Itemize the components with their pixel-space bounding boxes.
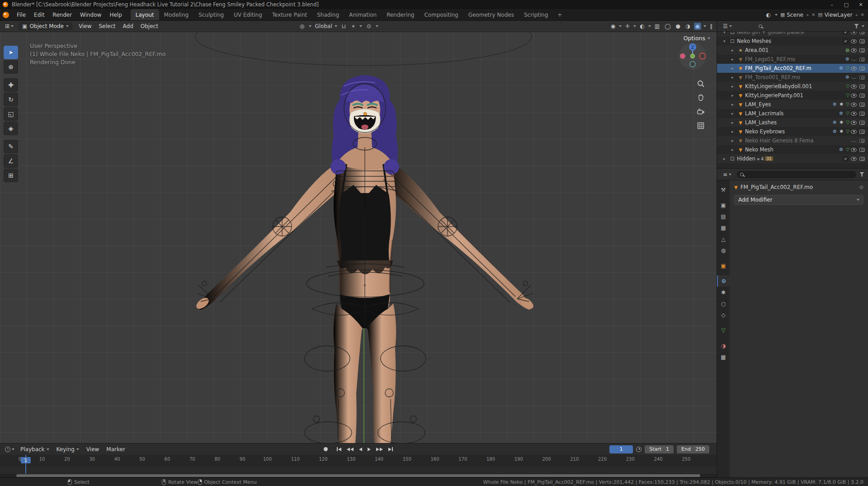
timeline-channel-area[interactable]: [0, 467, 717, 474]
world[interactable]: [717, 245, 730, 256]
add-modifier-button[interactable]: Add Modifier: [734, 195, 863, 205]
modifier-icon[interactable]: [839, 147, 843, 152]
eye-icon[interactable]: [851, 66, 857, 71]
data-icon[interactable]: [846, 102, 849, 107]
workspace-tab[interactable]: Geometry Nodes: [463, 9, 519, 20]
checkbox-icon[interactable]: [843, 39, 848, 44]
snap-target-button[interactable]: [350, 23, 356, 30]
eye-icon[interactable]: [851, 112, 857, 116]
timeline-menu-item[interactable]: Playback: [17, 446, 53, 453]
region-toggle[interactable]: [708, 23, 714, 30]
outliner-row[interactable]: ▸ FM_Legs01_REF.mo: [717, 55, 868, 64]
close-button[interactable]: ✕: [854, 0, 868, 9]
chev[interactable]: [633, 25, 636, 27]
workspace-tab[interactable]: Rendering: [382, 9, 419, 20]
editor-type-button[interactable]: ☰: [721, 22, 734, 30]
constraints[interactable]: [717, 309, 730, 321]
menubar-item[interactable]: File: [13, 9, 30, 20]
timeline-menu-item[interactable]: Marker: [103, 446, 128, 453]
data-icon[interactable]: [846, 147, 849, 152]
disclosure-icon[interactable]: ▸: [731, 66, 736, 71]
outliner-row[interactable]: ▾ Neko Meshes: [717, 37, 868, 46]
modifier-icon[interactable]: [833, 120, 837, 125]
shading-wireframe[interactable]: [663, 23, 672, 30]
pan-hand-icon[interactable]: [697, 94, 705, 102]
eye-icon[interactable]: [851, 94, 857, 98]
modifiers[interactable]: [717, 275, 730, 287]
camera-icon[interactable]: [859, 57, 865, 61]
camera-icon[interactable]: [859, 157, 865, 161]
camera-icon[interactable]: [859, 148, 865, 152]
disclosure-icon[interactable]: ▸: [731, 48, 736, 52]
outliner-row[interactable]: ▸ FM_Torso001_REF.mo: [717, 73, 868, 82]
menubar-item[interactable]: Render: [48, 9, 76, 20]
workspace-tab[interactable]: Modeling: [159, 9, 194, 20]
texture[interactable]: [717, 351, 730, 363]
workspace-tab[interactable]: Layout: [131, 9, 159, 20]
pivot-point-button[interactable]: [298, 23, 306, 30]
modifier-icon[interactable]: [839, 111, 843, 116]
menubar-item[interactable]: Help: [105, 9, 126, 20]
output[interactable]: [717, 211, 730, 222]
chev[interactable]: [648, 25, 651, 27]
play-button[interactable]: [365, 446, 373, 453]
workspace-tab[interactable]: Scripting: [519, 9, 553, 20]
unlink-scene-icon[interactable]: ✕: [811, 12, 815, 17]
chev[interactable]: [703, 25, 706, 27]
outliner-row[interactable]: ▾ Neko girl + golden palace: [717, 32, 868, 37]
modifier-icon[interactable]: [833, 129, 837, 134]
particles-icon[interactable]: [840, 102, 843, 107]
ortho-grid-icon[interactable]: [697, 122, 705, 130]
scale[interactable]: [4, 107, 18, 121]
particles[interactable]: [717, 287, 730, 298]
eye-icon[interactable]: [851, 58, 857, 61]
disclosure-icon[interactable]: ▸: [731, 102, 736, 107]
eye-icon[interactable]: [851, 48, 857, 52]
viewport-3d[interactable]: User Perspective(1) Whole File Neko | FM…: [0, 32, 717, 443]
filter-icon[interactable]: [859, 172, 864, 177]
particles-icon[interactable]: [840, 129, 843, 134]
view-layer[interactable]: [717, 222, 730, 233]
new-view-layer-icon[interactable]: ＋: [854, 12, 859, 18]
modifier-icon[interactable]: [845, 75, 849, 80]
move[interactable]: [4, 78, 18, 92]
shading-rendered[interactable]: [694, 23, 701, 30]
chev[interactable]: [619, 25, 622, 27]
modifier-icon[interactable]: [839, 66, 843, 71]
disclosure-icon[interactable]: ▸: [723, 156, 728, 161]
object-data[interactable]: [717, 325, 730, 336]
outliner-row[interactable]: ▸ Neko Mesh: [717, 145, 868, 154]
camera-icon[interactable]: [859, 39, 865, 43]
cursor[interactable]: [4, 60, 18, 74]
outliner-panel[interactable]: ▾ Neko girl + golden palace ▾ Neko Meshe…: [717, 32, 868, 169]
eye-icon[interactable]: [851, 157, 857, 161]
pin-icon[interactable]: ⊙: [859, 184, 863, 190]
transform[interactable]: [4, 122, 18, 135]
viewport-menu-item[interactable]: View: [75, 23, 95, 29]
camera-icon[interactable]: [859, 112, 865, 116]
workspace-tab[interactable]: Sculpting: [193, 9, 229, 20]
view-layer-selector[interactable]: ▤ ViewLayer ＋ ✕: [818, 12, 864, 18]
checkbox-icon[interactable]: [843, 156, 848, 161]
workspace-tab[interactable]: UV Editing: [229, 9, 267, 20]
zoom-tool-icon[interactable]: [697, 80, 705, 88]
camera-icon[interactable]: [859, 66, 865, 71]
workspace-tab[interactable]: Shading: [312, 9, 344, 20]
data-icon[interactable]: [846, 111, 849, 116]
disclosure-icon[interactable]: ▾: [723, 39, 728, 43]
editor-type-button[interactable]: ≡: [721, 170, 734, 179]
start-frame-field[interactable]: Start 1: [645, 445, 674, 453]
eye-icon[interactable]: [851, 121, 857, 125]
blender-menu-icon[interactable]: [3, 12, 9, 18]
object[interactable]: [717, 260, 730, 271]
outliner-row[interactable]: ▸ Area.001: [717, 46, 868, 55]
timeline-menu-item[interactable]: Keying: [53, 446, 83, 453]
add-workspace-button[interactable]: +: [553, 9, 566, 20]
outliner-row[interactable]: ▸ Neko Eyebrows: [717, 127, 868, 136]
outliner-row[interactable]: ▸ LAM_Lacrimals: [717, 109, 868, 118]
properties-search-input[interactable]: [737, 171, 856, 178]
eye-icon[interactable]: [851, 32, 857, 34]
camera-icon[interactable]: [859, 94, 865, 98]
eye-icon[interactable]: [851, 148, 857, 152]
auto-keying-button[interactable]: [322, 446, 330, 453]
